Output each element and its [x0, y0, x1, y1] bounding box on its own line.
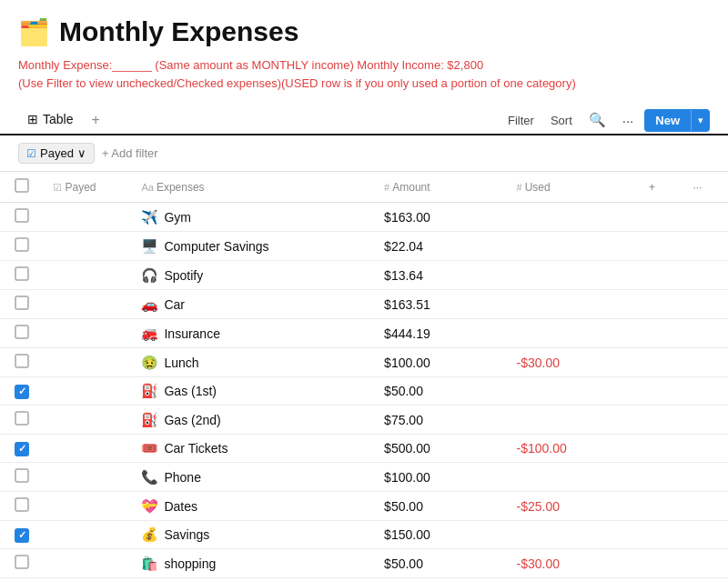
sort-button[interactable]: Sort [545, 110, 578, 131]
row-amount-cell: $50.00 [375, 549, 507, 578]
row-check-cell [0, 521, 44, 549]
table-row: ⛽ Gas (2nd) $75.00 [0, 406, 728, 435]
expense-label: Car [164, 297, 185, 312]
row-checkbox[interactable] [15, 296, 29, 310]
row-used-cell [508, 406, 640, 435]
row-plus-cell [640, 261, 683, 290]
expense-emoji: ✈️ [141, 209, 158, 225]
page-icon: 🗂️ [18, 17, 50, 47]
row-used-cell: -$30.00 [508, 348, 640, 377]
row-checkbox[interactable] [15, 354, 29, 368]
row-checkbox[interactable] [15, 385, 29, 399]
row-checkbox[interactable] [15, 528, 29, 543]
table-row: 🎟️ Car Tickets $500.00-$100.00 [0, 435, 728, 463]
row-used-cell [508, 203, 640, 232]
expense-label: Car Tickets [164, 441, 228, 456]
row-checkbox[interactable] [15, 411, 29, 426]
payed-col-icon: ☑ [53, 182, 62, 193]
col-header-plus[interactable]: + [640, 172, 683, 203]
row-dots-cell [684, 492, 729, 521]
row-used-cell [508, 290, 640, 319]
header-checkbox[interactable] [15, 178, 29, 193]
expense-emoji: ⛽ [141, 412, 158, 428]
row-check-cell [0, 463, 44, 492]
row-plus-cell [640, 406, 683, 435]
expenses-table: ☑Payed AaExpenses #Amount #Used + ··· ✈️… [0, 172, 728, 578]
tab-table[interactable]: ⊞ Table [18, 106, 82, 135]
row-used-cell [508, 261, 640, 290]
new-caret-button[interactable]: ▾ [691, 110, 710, 131]
search-button[interactable]: 🔍 [583, 108, 612, 132]
row-payed-cell [44, 492, 132, 521]
row-checkbox[interactable] [15, 325, 29, 339]
expense-name: 💰 Savings [141, 526, 366, 543]
row-dots-cell [684, 290, 729, 319]
row-checkbox[interactable] [15, 442, 29, 456]
row-plus-cell [640, 203, 683, 232]
row-dots-cell [684, 549, 729, 578]
expense-label: Lunch [164, 356, 198, 370]
filter-tag-caret: ∨ [77, 146, 86, 160]
row-payed-cell [44, 290, 132, 319]
row-used-cell [508, 463, 640, 492]
row-used-cell [508, 232, 640, 261]
used-value: -$30.00 [517, 356, 560, 370]
expense-name: ⛽ Gas (1st) [141, 383, 366, 399]
expense-label: shopping [164, 556, 216, 571]
expense-emoji: 🤢 [141, 355, 158, 371]
row-expense-cell: 🚒 Insurance [132, 319, 375, 348]
row-dots-cell [684, 348, 729, 377]
expense-name: 🎧 Spotify [141, 267, 366, 284]
row-amount-cell: $75.00 [375, 406, 507, 435]
subtitle-text1: Monthly Expense:______ [18, 58, 152, 72]
row-amount-cell: $50.00 [375, 492, 507, 521]
row-amount-cell: $444.19 [375, 319, 507, 348]
row-payed-cell [44, 549, 132, 578]
expense-label: Gym [164, 210, 191, 225]
row-amount-cell: $163.51 [375, 290, 507, 319]
used-value: -$100.00 [517, 441, 567, 456]
row-used-cell [508, 319, 640, 348]
used-col-icon: # [517, 182, 522, 193]
row-checkbox[interactable] [15, 237, 29, 252]
row-plus-cell [640, 549, 683, 578]
filter-button[interactable]: Filter [502, 110, 540, 131]
row-amount-cell: $100.00 [375, 463, 507, 492]
col-header-payed: ☑Payed [44, 172, 132, 203]
col-header-amount: #Amount [375, 172, 507, 203]
row-payed-cell [44, 203, 132, 232]
page-subtitle: Monthly Expense:______ (Same amount as M… [0, 53, 728, 101]
row-plus-cell [640, 435, 683, 463]
more-button[interactable]: ··· [617, 109, 640, 132]
toolbar-right: Filter Sort 🔍 ··· New ▾ [502, 108, 710, 132]
col-header-dots[interactable]: ··· [684, 172, 729, 203]
row-amount-cell: $13.64 [375, 261, 507, 290]
payed-filter-tag[interactable]: ☑ Payed ∨ [18, 143, 95, 164]
expense-emoji: 🎧 [141, 267, 158, 284]
row-expense-cell: ⛽ Gas (2nd) [132, 406, 375, 435]
row-checkbox[interactable] [15, 468, 29, 483]
add-filter-button[interactable]: + Add filter [102, 146, 158, 160]
row-dots-cell [684, 232, 729, 261]
filter-bar: ☑ Payed ∨ + Add filter [0, 135, 728, 172]
col-header-check [0, 172, 44, 203]
table-row: ✈️ Gym $163.00 [0, 203, 728, 232]
filter-tag-label: Payed [40, 146, 74, 160]
row-expense-cell: 🤢 Lunch [132, 348, 375, 377]
row-check-cell [0, 348, 44, 377]
row-plus-cell [640, 319, 683, 348]
row-checkbox[interactable] [15, 555, 29, 569]
row-expense-cell: 💰 Savings [132, 521, 375, 549]
row-check-cell [0, 492, 44, 521]
row-check-cell [0, 261, 44, 290]
row-checkbox[interactable] [15, 208, 29, 223]
row-dots-cell [684, 463, 729, 492]
row-plus-cell [640, 348, 683, 377]
row-amount-cell: $150.00 [375, 521, 507, 549]
row-dots-cell [684, 406, 729, 435]
new-button[interactable]: New [644, 109, 691, 132]
tab-add-button[interactable]: + [86, 106, 105, 135]
row-checkbox[interactable] [15, 497, 29, 512]
expense-emoji: 📞 [141, 469, 158, 486]
row-checkbox[interactable] [15, 266, 29, 281]
